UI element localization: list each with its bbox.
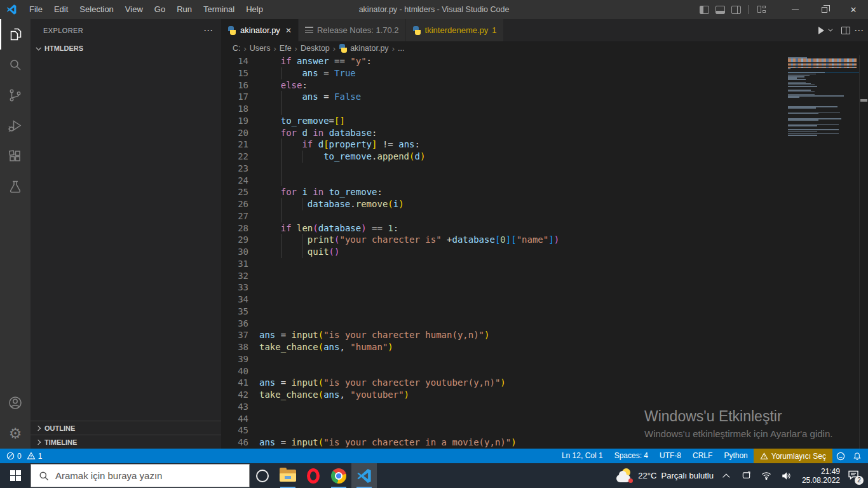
tray-device-icon[interactable] [742, 471, 751, 480]
code-editor[interactable]: 14 if answer == "y":15 ans = True16 else… [221, 55, 788, 449]
scrollbar[interactable] [859, 55, 868, 449]
select-interpreter-button[interactable]: Yorumlayıcı Seç [754, 449, 832, 463]
tab-label: Release Notes: 1.70.2 [317, 25, 399, 35]
notifications-bell-icon[interactable] [849, 449, 865, 463]
toggle-sidebar-icon[interactable] [700, 6, 709, 14]
python-icon [339, 44, 348, 53]
cortana-button[interactable] [250, 463, 275, 488]
minimap[interactable] [788, 55, 859, 449]
warning-icon [27, 452, 36, 460]
breadcrumb-item[interactable]: Efe [280, 44, 292, 53]
vscode-button[interactable] [351, 463, 377, 488]
breadcrumb-item[interactable]: Users [250, 44, 271, 53]
status-bar: 0 1 Ln 12, Col 1Spaces: 4UTF-8CRLFPython… [0, 449, 868, 463]
start-button[interactable] [0, 463, 31, 488]
code-line-21: 21 if d[property] != ans: [221, 139, 788, 151]
search-input[interactable] [55, 470, 227, 481]
status-item-crlf[interactable]: CRLF [687, 449, 718, 463]
chrome-icon [331, 468, 346, 484]
sidebar-section-outline[interactable]: OUTLINE [31, 421, 221, 435]
menu-item-view[interactable]: View [119, 0, 149, 19]
breadcrumb-item[interactable]: Desktop [301, 44, 330, 53]
menu-item-go[interactable]: Go [149, 0, 171, 19]
more-actions-icon[interactable]: ⋯ [854, 25, 864, 36]
extensions-icon[interactable] [0, 141, 31, 172]
search-icon[interactable] [0, 50, 31, 80]
status-item-python[interactable]: Python [718, 449, 753, 463]
tab-release-notes-1-70-2[interactable]: Release Notes: 1.70.2 [299, 19, 406, 41]
source-control-icon[interactable] [0, 80, 31, 111]
titlebar-separator [748, 5, 749, 14]
file-explorer-button[interactable] [275, 463, 301, 488]
chevron-right-icon [36, 439, 41, 444]
volume-icon[interactable] [782, 471, 791, 480]
testing-icon[interactable] [0, 172, 31, 202]
line-number: 30 [221, 246, 248, 258]
windows-logo-icon [10, 470, 21, 481]
opera-icon [307, 468, 320, 484]
breadcrumb-item[interactable]: C: [233, 44, 241, 53]
menu-item-edit[interactable]: Edit [48, 0, 74, 19]
minimize-button[interactable] [780, 0, 810, 19]
breadcrumb-item[interactable]: ... [398, 44, 404, 53]
action-center-button[interactable]: 2 [848, 470, 859, 482]
breadcrumb-item[interactable]: akinator.py [339, 44, 388, 53]
file-explorer-icon [280, 470, 296, 482]
explorer-actions-icon[interactable]: ⋯ [203, 25, 214, 36]
chrome-button[interactable] [326, 463, 351, 488]
status-item-utf-8[interactable]: UTF-8 [654, 449, 687, 463]
breadcrumb-separator: › [295, 44, 297, 53]
menu-item-file[interactable]: File [24, 0, 48, 19]
menu-item-run[interactable]: Run [171, 0, 198, 19]
customize-layout-icon[interactable] [757, 6, 766, 14]
explorer-icon[interactable] [0, 19, 31, 50]
taskbar-clock[interactable]: 21:49 25.08.2022 [802, 467, 840, 485]
run-dropdown-icon[interactable] [828, 27, 832, 32]
menu-item-help[interactable]: Help [240, 0, 269, 19]
close-button[interactable]: ✕ [839, 0, 868, 19]
weather-icon[interactable] [616, 468, 634, 484]
title-bar: FileEditSelectionViewGoRunTerminalHelp a… [0, 0, 868, 19]
code-line-45: 45 [221, 424, 788, 437]
split-editor-icon[interactable] [841, 27, 850, 34]
problems-status[interactable]: 0 1 [0, 452, 42, 461]
code-line-36: 36 [221, 318, 788, 330]
line-number: 32 [221, 270, 248, 282]
line-number: 20 [221, 127, 248, 139]
restore-button[interactable] [810, 0, 839, 19]
search-icon [39, 471, 49, 481]
code-line-38: 38take_chance(ans, "human") [221, 341, 788, 353]
toggle-secondary-sidebar-icon[interactable] [731, 6, 741, 14]
show-hidden-icons-chevron[interactable] [722, 473, 729, 480]
taskbar-search[interactable] [31, 464, 250, 487]
line-number: 44 [221, 413, 248, 425]
vscode-logo-icon [6, 4, 17, 15]
code-line-34: 34 [221, 294, 788, 306]
run-debug-icon[interactable] [0, 111, 31, 141]
accounts-icon[interactable] [0, 388, 31, 418]
menu-item-selection[interactable]: Selection [74, 0, 119, 19]
opera-button[interactable] [301, 463, 326, 488]
line-number: 36 [221, 318, 248, 330]
close-icon[interactable]: ✕ [285, 26, 292, 35]
menu-item-terminal[interactable]: Terminal [198, 0, 240, 19]
code-line-17: 17 ans = False [221, 91, 788, 103]
error-count: 0 [17, 452, 22, 461]
tab-tkinterdeneme-py[interactable]: tkinterdeneme.py1 [406, 19, 504, 41]
toggle-panel-icon[interactable] [715, 6, 725, 14]
sidebar-section-timeline[interactable]: TIMELINE [31, 435, 221, 449]
status-item-spaces-4[interactable]: Spaces: 4 [609, 449, 654, 463]
explorer-sidebar: EXPLORER ⋯ HTMLDERS OUTLINE TIMELINE [31, 19, 221, 449]
line-number: 15 [221, 67, 248, 79]
weather-status[interactable]: 22°C Parçalı bulutlu [638, 471, 714, 480]
run-python-file-icon[interactable] [818, 27, 824, 34]
line-number: 18 [221, 103, 248, 115]
tab-akinator-py[interactable]: akinator.py✕ [221, 19, 299, 41]
code-line-42: 42take_chance(ans, "youtuber") [221, 389, 788, 401]
settings-gear-icon[interactable]: ⚙ [0, 418, 31, 449]
wifi-icon[interactable] [761, 471, 771, 480]
code-line-44: 44 [221, 413, 788, 425]
status-item-ln-12-col-1[interactable]: Ln 12, Col 1 [556, 449, 609, 463]
sidebar-folder-htmlders[interactable]: HTMLDERS [31, 41, 221, 55]
feedback-icon[interactable] [832, 449, 849, 463]
